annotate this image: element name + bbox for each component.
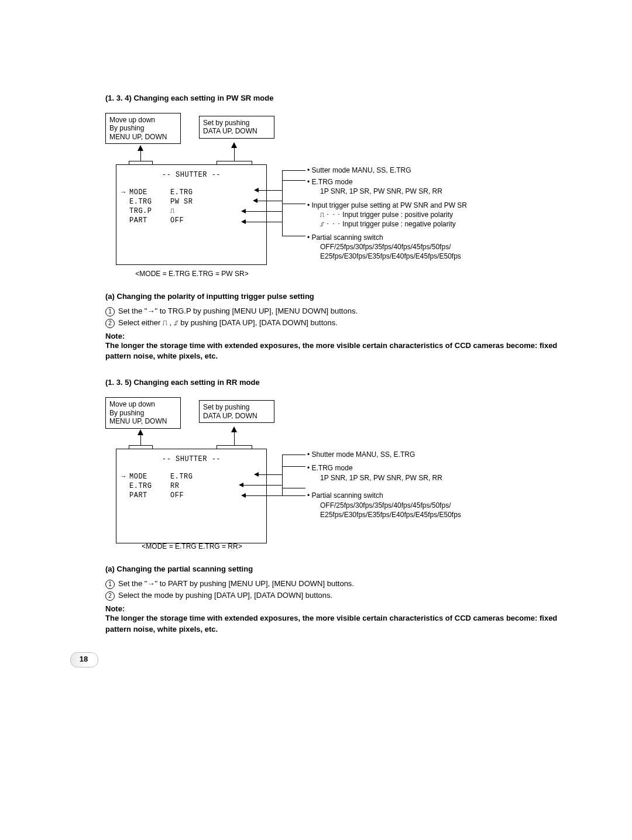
menu-cursor: [121, 216, 129, 225]
bullet-pulse-positive: ⎍ ･ ･ ･ Input trigger pulse : positive p…: [307, 210, 467, 219]
bullet-partial-scan: • Partial scanning switch: [307, 233, 461, 242]
bullet-pulse-negative: ⎎ ･ ･ ･ Input trigger pulse : negative p…: [307, 219, 467, 229]
menu-row: PART OFF: [121, 491, 262, 500]
arrow-up-icon: [138, 145, 143, 151]
leader-line: [282, 204, 305, 204]
subheading-134a: (a) Changing the polarity of inputting t…: [105, 292, 573, 301]
note-body: The longer the storage time with extende…: [105, 613, 573, 634]
note-label: Note:: [105, 332, 573, 340]
arrowhead-icon: [254, 188, 259, 192]
leader-line: [282, 170, 283, 226]
leader-line: [282, 455, 305, 455]
bracket-line: [129, 445, 152, 446]
bullet-partial-values2: E25fps/E30fps/E35fps/E40fps/E45fps/E50fp…: [307, 510, 461, 519]
bullet-shutter-mode: • Sutter mode MANU, SS, E.TRG: [307, 166, 411, 175]
menu-row: PART OFF: [121, 216, 262, 225]
arrow-up-icon: [231, 426, 237, 432]
label-menu-up-down: Move up down By pushing MENU UP, DOWN: [105, 397, 181, 428]
arrow-up-icon: [231, 142, 237, 148]
arrow-stem: [234, 148, 235, 161]
menu-cursor: →: [121, 188, 129, 197]
bracket-line: [217, 161, 252, 161]
menu-cursor: [121, 198, 129, 206]
step-2-text: Select the mode by pushing [DATA UP], [D…: [118, 591, 332, 600]
menu-key: MODE: [129, 473, 170, 481]
arrowhead-icon: [241, 493, 246, 498]
step-1: 1 Set the "→" to TRG.P by pushing [MENU …: [105, 307, 573, 316]
leader-line: [259, 474, 282, 475]
subheading-135a: (a) Changing the partial scanning settin…: [105, 564, 573, 573]
menu-cursor: [121, 207, 129, 215]
page-number: 18: [70, 652, 97, 666]
leader-line: [246, 211, 282, 212]
bracket-line: [129, 161, 152, 161]
menu-key: TRG.P: [129, 207, 170, 215]
leader-line: [259, 190, 282, 191]
bullet-partial-values1: OFF/25fps/30fps/35fps/40fps/45fps/50fps/: [307, 242, 461, 252]
step-number-icon: 1: [105, 307, 115, 316]
bullet-shutter-mode: • Shutter mode MANU, SS, E.TRG: [307, 450, 415, 459]
label-data-up-down: Set by pushing DATA UP, DOWN: [199, 116, 274, 139]
bullet-etrg-values: 1P SNR, 1P SR, PW SNR, PW SR, RR: [307, 187, 442, 196]
menu-val: OFF: [170, 491, 184, 500]
menu-val: RR: [170, 482, 179, 490]
step-number-icon: 2: [105, 319, 115, 328]
leader-line: [282, 455, 283, 495]
menu-val: PW SR: [170, 198, 193, 206]
step-1-text: Set the "→" to TRG.P by pushing [MENU UP…: [118, 307, 358, 315]
menu-row: E.TRG PW SR: [121, 198, 262, 206]
bullet-etrg-mode: • E.TRG mode: [307, 463, 442, 473]
leader-line: [282, 222, 283, 236]
leader-line: [257, 201, 282, 201]
arrow-stem: [140, 151, 141, 161]
menu-val: OFF: [170, 216, 184, 225]
step-number-icon: 2: [105, 591, 115, 601]
diagram-pw-sr: Move up down By pushing MENU UP, DOWN Se…: [105, 113, 550, 265]
menu-cursor: →: [121, 473, 129, 481]
arrowhead-icon: [239, 483, 243, 487]
menu-key: PART: [129, 491, 170, 500]
menu-val: ⎍: [170, 207, 175, 215]
arrow-stem: [140, 435, 141, 446]
menu-row: TRG.P ⎍: [121, 207, 262, 215]
leader-line: [282, 170, 305, 171]
menu-key: E.TRG: [129, 198, 170, 206]
step-number-icon: 1: [105, 580, 115, 589]
menu-title: -- SHUTTER --: [121, 171, 262, 179]
bullet-etrg-values: 1P SNR, 1P SR, PW SNR, PW SR, RR: [307, 473, 442, 483]
bullet-etrg-mode: • E.TRG mode: [307, 177, 442, 187]
leader-line: [243, 485, 282, 486]
arrowhead-icon: [254, 472, 259, 477]
step-1: 1 Set the "→" to PART by pushing [MENU U…: [105, 579, 573, 589]
menu-cursor: [121, 482, 129, 490]
page-number-badge: 18: [70, 652, 97, 669]
step-2-text: Select either ⎍ , ⎎ by pushing [DATA UP]…: [118, 318, 338, 327]
menu-key: PART: [129, 216, 170, 225]
diagram-rr: Move up down By pushing MENU UP, DOWN Se…: [105, 397, 550, 538]
arrowhead-icon: [241, 219, 246, 224]
menu-key: MODE: [129, 188, 170, 197]
shutter-menu-display: -- SHUTTER -- → MODE E.TRG E.TRG PW SR T…: [116, 164, 267, 265]
heading-135: (1. 3. 5) Changing each setting in RR mo…: [105, 378, 573, 387]
menu-val: E.TRG: [170, 473, 193, 481]
menu-cursor: [121, 491, 129, 500]
step-2: 2 Select either ⎍ , ⎎ by pushing [DATA U…: [105, 318, 573, 328]
bullet-partial-values1: OFF/25fps/30fps/35fps/40fps/45fps/50fps/: [307, 501, 461, 510]
menu-val: E.TRG: [170, 188, 193, 197]
note-body: The longer the storage time with extende…: [105, 340, 573, 362]
bullet-trigger-pulse: • Input trigger pulse setting at PW SNR …: [307, 201, 467, 210]
menu-key: E.TRG: [129, 482, 170, 490]
menu-row: → MODE E.TRG: [121, 473, 262, 481]
step-1-text: Set the "→" to PART by pushing [MENU UP]…: [118, 579, 354, 588]
menu-title: -- SHUTTER --: [121, 455, 262, 463]
bullet-partial-values2: E25fps/E30fps/E35fps/E40fps/E45fps/E50fp…: [307, 252, 461, 261]
arrowhead-icon: [241, 209, 246, 214]
bullet-partial-scan: • Partial scanning switch: [307, 491, 461, 500]
leader-line: [246, 222, 282, 222]
heading-134: (1. 3. 4) Changing each setting in PW SR…: [105, 94, 573, 102]
leader-line: [246, 495, 305, 496]
leader-line: [282, 236, 305, 236]
label-data-up-down: Set by pushing DATA UP, DOWN: [199, 400, 274, 423]
arrowhead-icon: [253, 198, 257, 203]
arrow-stem: [234, 432, 235, 446]
